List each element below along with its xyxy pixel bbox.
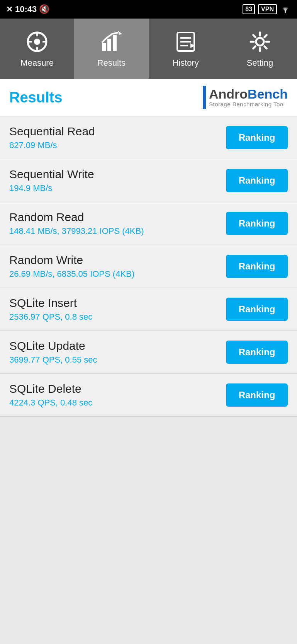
result-item-sqlite-insert: SQLite Insert 2536.97 QPS, 0.8 sec Ranki… xyxy=(0,288,297,331)
ranking-button-1[interactable]: Ranking xyxy=(226,169,288,192)
result-name-6: SQLite Delete xyxy=(9,382,92,395)
tab-measure[interactable]: Measure xyxy=(0,19,74,79)
sound-icon: 🔇 xyxy=(39,4,49,14)
result-name-0: Sequential Read xyxy=(9,125,95,138)
ranking-button-4[interactable]: Ranking xyxy=(226,298,288,321)
result-info-sequential-read: Sequential Read 827.09 MB/s xyxy=(9,125,95,150)
result-info-sqlite-insert: SQLite Insert 2536.97 QPS, 0.8 sec xyxy=(9,296,92,322)
result-name-4: SQLite Insert xyxy=(9,296,92,310)
result-value-6: 4224.3 QPS, 0.48 sec xyxy=(9,398,92,408)
status-right: 83 VPN xyxy=(243,4,291,15)
wifi-icon xyxy=(280,4,291,15)
svg-rect-8 xyxy=(107,39,111,51)
result-name-3: Random Write xyxy=(9,254,134,267)
history-label: History xyxy=(172,58,199,68)
status-bar: ✕ 10:43 🔇 83 VPN xyxy=(0,0,297,19)
result-value-5: 3699.77 QPS, 0.55 sec xyxy=(9,355,97,365)
ranking-button-0[interactable]: Ranking xyxy=(226,126,288,149)
android-icon: ✕ xyxy=(6,5,13,14)
result-value-1: 194.9 MB/s xyxy=(9,183,94,193)
svg-marker-10 xyxy=(118,31,122,35)
results-header: Results AndroBench Storage Benchmarking … xyxy=(0,79,297,116)
results-icon xyxy=(99,29,124,54)
svg-rect-9 xyxy=(113,35,117,51)
setting-label: Setting xyxy=(247,58,273,68)
logo-name: AndroBench xyxy=(209,87,288,101)
svg-point-2 xyxy=(34,39,40,45)
footer-space xyxy=(0,417,297,533)
svg-point-16 xyxy=(256,38,264,46)
result-item-random-read: Random Read 148.41 MB/s, 37993.21 IOPS (… xyxy=(0,202,297,245)
measure-label: Measure xyxy=(20,58,54,68)
ranking-button-5[interactable]: Ranking xyxy=(226,341,288,364)
nav-tabs: Measure Results History Setting xyxy=(0,19,297,79)
page-title: Results xyxy=(9,89,62,106)
battery-indicator: 83 xyxy=(243,4,255,14)
setting-icon xyxy=(248,29,272,54)
result-info-sqlite-delete: SQLite Delete 4224.3 QPS, 0.48 sec xyxy=(9,382,92,408)
tab-results[interactable]: Results xyxy=(74,19,148,79)
result-value-4: 2536.97 QPS, 0.8 sec xyxy=(9,312,92,322)
result-value-2: 148.41 MB/s, 37993.21 IOPS (4KB) xyxy=(9,226,144,236)
results-list: Sequential Read 827.09 MB/s Ranking Sequ… xyxy=(0,116,297,417)
status-left: ✕ 10:43 🔇 xyxy=(6,4,49,14)
measure-icon xyxy=(25,29,49,54)
result-info-sequential-write: Sequential Write 194.9 MB/s xyxy=(9,168,94,193)
result-name-1: Sequential Write xyxy=(9,168,94,181)
results-label: Results xyxy=(97,58,126,68)
tab-history[interactable]: History xyxy=(149,19,223,79)
logo-text: AndroBench Storage Benchmarking Tool xyxy=(209,87,288,108)
androbench-logo: AndroBench Storage Benchmarking Tool xyxy=(203,86,288,109)
result-item-sequential-write: Sequential Write 194.9 MB/s Ranking xyxy=(0,159,297,202)
logo-bar xyxy=(203,86,206,109)
result-item-sqlite-delete: SQLite Delete 4224.3 QPS, 0.48 sec Ranki… xyxy=(0,374,297,417)
result-info-sqlite-update: SQLite Update 3699.77 QPS, 0.55 sec xyxy=(9,339,97,365)
result-item-sequential-read: Sequential Read 827.09 MB/s Ranking xyxy=(0,116,297,159)
result-name-5: SQLite Update xyxy=(9,339,97,353)
result-item-random-write: Random Write 26.69 MB/s, 6835.05 IOPS (4… xyxy=(0,245,297,288)
logo-sub: Storage Benchmarking Tool xyxy=(209,101,288,108)
time-display: 10:43 xyxy=(15,4,37,14)
result-value-0: 827.09 MB/s xyxy=(9,140,95,150)
tab-setting[interactable]: Setting xyxy=(223,19,297,79)
history-icon xyxy=(173,29,198,54)
result-value-3: 26.69 MB/s, 6835.05 IOPS (4KB) xyxy=(9,269,134,279)
ranking-button-2[interactable]: Ranking xyxy=(226,212,288,235)
ranking-button-3[interactable]: Ranking xyxy=(226,255,288,278)
svg-point-0 xyxy=(285,11,286,13)
result-item-sqlite-update: SQLite Update 3699.77 QPS, 0.55 sec Rank… xyxy=(0,331,297,374)
svg-rect-7 xyxy=(102,43,106,51)
result-name-2: Random Read xyxy=(9,211,144,224)
ranking-button-6[interactable]: Ranking xyxy=(226,383,288,407)
result-info-random-read: Random Read 148.41 MB/s, 37993.21 IOPS (… xyxy=(9,211,144,236)
result-info-random-write: Random Write 26.69 MB/s, 6835.05 IOPS (4… xyxy=(9,254,134,279)
vpn-label: VPN xyxy=(258,4,277,14)
